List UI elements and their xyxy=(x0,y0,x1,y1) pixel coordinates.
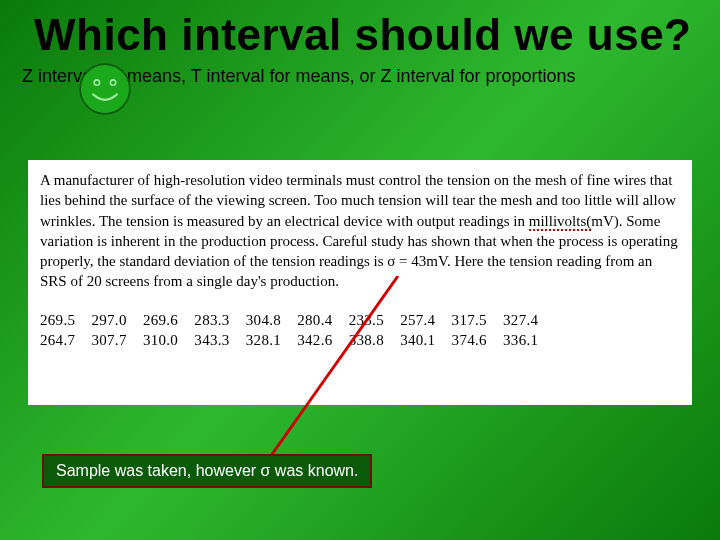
slide-title: Which interval should we use? xyxy=(0,0,720,58)
smiley-face-icon xyxy=(78,62,132,116)
spellcheck-word: millivolts( xyxy=(529,213,592,231)
data-row: 269.5 297.0 269.6 283.3 304.8 280.4 233.… xyxy=(40,310,680,330)
data-row: 264.7 307.7 310.0 343.3 328.1 342.6 338.… xyxy=(40,330,680,350)
problem-text-block: A manufacturer of high-resolution video … xyxy=(28,160,692,405)
answer-caption: Sample was taken, however σ was known. xyxy=(42,454,372,488)
svg-point-0 xyxy=(80,64,130,114)
